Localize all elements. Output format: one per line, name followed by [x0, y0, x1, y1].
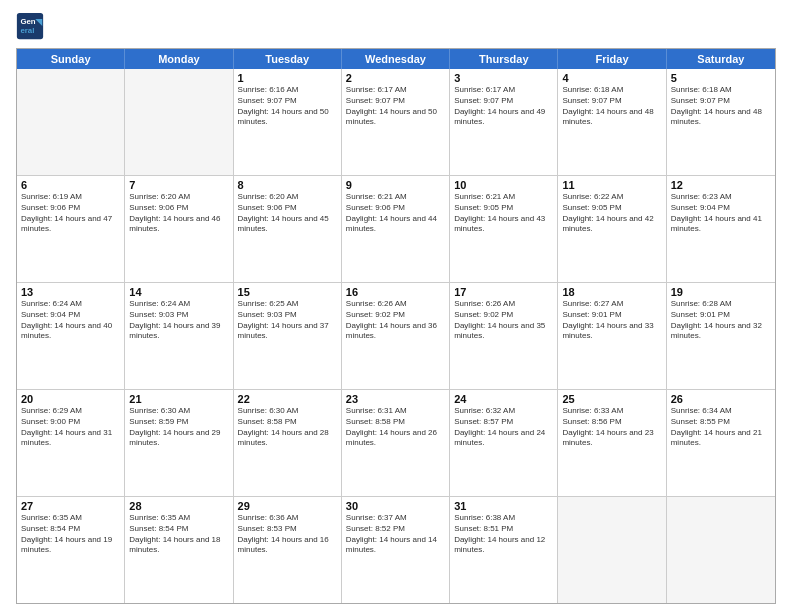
day-info: Sunrise: 6:20 AMSunset: 9:06 PMDaylight:… [238, 192, 337, 235]
day-number: 25 [562, 393, 661, 405]
weekday-header: Thursday [450, 49, 558, 69]
day-number: 2 [346, 72, 445, 84]
calendar-cell: 21Sunrise: 6:30 AMSunset: 8:59 PMDayligh… [125, 390, 233, 496]
calendar-week-row: 27Sunrise: 6:35 AMSunset: 8:54 PMDayligh… [17, 497, 775, 603]
day-info: Sunrise: 6:28 AMSunset: 9:01 PMDaylight:… [671, 299, 771, 342]
calendar-cell: 30Sunrise: 6:37 AMSunset: 8:52 PMDayligh… [342, 497, 450, 603]
calendar-cell: 2Sunrise: 6:17 AMSunset: 9:07 PMDaylight… [342, 69, 450, 175]
day-number: 31 [454, 500, 553, 512]
calendar-week-row: 6Sunrise: 6:19 AMSunset: 9:06 PMDaylight… [17, 176, 775, 283]
calendar-cell: 17Sunrise: 6:26 AMSunset: 9:02 PMDayligh… [450, 283, 558, 389]
calendar-week-row: 13Sunrise: 6:24 AMSunset: 9:04 PMDayligh… [17, 283, 775, 390]
day-info: Sunrise: 6:36 AMSunset: 8:53 PMDaylight:… [238, 513, 337, 556]
calendar-cell: 18Sunrise: 6:27 AMSunset: 9:01 PMDayligh… [558, 283, 666, 389]
weekday-header: Saturday [667, 49, 775, 69]
day-info: Sunrise: 6:30 AMSunset: 8:58 PMDaylight:… [238, 406, 337, 449]
calendar-cell: 31Sunrise: 6:38 AMSunset: 8:51 PMDayligh… [450, 497, 558, 603]
calendar-cell: 20Sunrise: 6:29 AMSunset: 9:00 PMDayligh… [17, 390, 125, 496]
page: Gen eral SundayMondayTuesdayWednesdayThu… [0, 0, 792, 612]
weekday-header: Monday [125, 49, 233, 69]
day-info: Sunrise: 6:24 AMSunset: 9:04 PMDaylight:… [21, 299, 120, 342]
calendar-cell [558, 497, 666, 603]
calendar-cell: 5Sunrise: 6:18 AMSunset: 9:07 PMDaylight… [667, 69, 775, 175]
svg-text:eral: eral [20, 26, 34, 35]
day-number: 5 [671, 72, 771, 84]
calendar-body: 1Sunrise: 6:16 AMSunset: 9:07 PMDaylight… [17, 69, 775, 603]
day-info: Sunrise: 6:33 AMSunset: 8:56 PMDaylight:… [562, 406, 661, 449]
day-number: 15 [238, 286, 337, 298]
day-info: Sunrise: 6:19 AMSunset: 9:06 PMDaylight:… [21, 192, 120, 235]
day-number: 29 [238, 500, 337, 512]
calendar-cell: 6Sunrise: 6:19 AMSunset: 9:06 PMDaylight… [17, 176, 125, 282]
day-info: Sunrise: 6:35 AMSunset: 8:54 PMDaylight:… [21, 513, 120, 556]
day-number: 24 [454, 393, 553, 405]
calendar-week-row: 1Sunrise: 6:16 AMSunset: 9:07 PMDaylight… [17, 69, 775, 176]
day-number: 26 [671, 393, 771, 405]
day-info: Sunrise: 6:27 AMSunset: 9:01 PMDaylight:… [562, 299, 661, 342]
day-number: 30 [346, 500, 445, 512]
day-info: Sunrise: 6:16 AMSunset: 9:07 PMDaylight:… [238, 85, 337, 128]
calendar-cell: 15Sunrise: 6:25 AMSunset: 9:03 PMDayligh… [234, 283, 342, 389]
day-info: Sunrise: 6:35 AMSunset: 8:54 PMDaylight:… [129, 513, 228, 556]
day-number: 22 [238, 393, 337, 405]
day-number: 20 [21, 393, 120, 405]
day-number: 18 [562, 286, 661, 298]
day-info: Sunrise: 6:21 AMSunset: 9:06 PMDaylight:… [346, 192, 445, 235]
calendar-cell: 4Sunrise: 6:18 AMSunset: 9:07 PMDaylight… [558, 69, 666, 175]
svg-text:Gen: Gen [20, 17, 35, 26]
day-number: 10 [454, 179, 553, 191]
day-number: 27 [21, 500, 120, 512]
calendar-cell: 25Sunrise: 6:33 AMSunset: 8:56 PMDayligh… [558, 390, 666, 496]
day-info: Sunrise: 6:30 AMSunset: 8:59 PMDaylight:… [129, 406, 228, 449]
day-number: 4 [562, 72, 661, 84]
day-info: Sunrise: 6:18 AMSunset: 9:07 PMDaylight:… [562, 85, 661, 128]
day-number: 8 [238, 179, 337, 191]
day-info: Sunrise: 6:22 AMSunset: 9:05 PMDaylight:… [562, 192, 661, 235]
day-info: Sunrise: 6:17 AMSunset: 9:07 PMDaylight:… [346, 85, 445, 128]
calendar-cell: 27Sunrise: 6:35 AMSunset: 8:54 PMDayligh… [17, 497, 125, 603]
day-info: Sunrise: 6:17 AMSunset: 9:07 PMDaylight:… [454, 85, 553, 128]
day-info: Sunrise: 6:34 AMSunset: 8:55 PMDaylight:… [671, 406, 771, 449]
calendar-cell: 13Sunrise: 6:24 AMSunset: 9:04 PMDayligh… [17, 283, 125, 389]
day-info: Sunrise: 6:38 AMSunset: 8:51 PMDaylight:… [454, 513, 553, 556]
day-number: 28 [129, 500, 228, 512]
calendar-cell: 9Sunrise: 6:21 AMSunset: 9:06 PMDaylight… [342, 176, 450, 282]
calendar-cell: 7Sunrise: 6:20 AMSunset: 9:06 PMDaylight… [125, 176, 233, 282]
logo-icon: Gen eral [16, 12, 44, 40]
calendar-cell: 22Sunrise: 6:30 AMSunset: 8:58 PMDayligh… [234, 390, 342, 496]
day-number: 23 [346, 393, 445, 405]
header: Gen eral [16, 12, 776, 40]
day-info: Sunrise: 6:24 AMSunset: 9:03 PMDaylight:… [129, 299, 228, 342]
weekday-header: Wednesday [342, 49, 450, 69]
day-number: 16 [346, 286, 445, 298]
logo: Gen eral [16, 12, 48, 40]
day-number: 9 [346, 179, 445, 191]
calendar: SundayMondayTuesdayWednesdayThursdayFrid… [16, 48, 776, 604]
calendar-cell: 8Sunrise: 6:20 AMSunset: 9:06 PMDaylight… [234, 176, 342, 282]
day-number: 6 [21, 179, 120, 191]
calendar-cell [125, 69, 233, 175]
day-info: Sunrise: 6:20 AMSunset: 9:06 PMDaylight:… [129, 192, 228, 235]
day-info: Sunrise: 6:21 AMSunset: 9:05 PMDaylight:… [454, 192, 553, 235]
calendar-cell: 24Sunrise: 6:32 AMSunset: 8:57 PMDayligh… [450, 390, 558, 496]
day-info: Sunrise: 6:31 AMSunset: 8:58 PMDaylight:… [346, 406, 445, 449]
day-info: Sunrise: 6:25 AMSunset: 9:03 PMDaylight:… [238, 299, 337, 342]
day-number: 17 [454, 286, 553, 298]
day-number: 7 [129, 179, 228, 191]
calendar-cell: 23Sunrise: 6:31 AMSunset: 8:58 PMDayligh… [342, 390, 450, 496]
day-info: Sunrise: 6:26 AMSunset: 9:02 PMDaylight:… [454, 299, 553, 342]
day-info: Sunrise: 6:37 AMSunset: 8:52 PMDaylight:… [346, 513, 445, 556]
day-number: 11 [562, 179, 661, 191]
calendar-cell: 11Sunrise: 6:22 AMSunset: 9:05 PMDayligh… [558, 176, 666, 282]
calendar-week-row: 20Sunrise: 6:29 AMSunset: 9:00 PMDayligh… [17, 390, 775, 497]
day-number: 21 [129, 393, 228, 405]
day-info: Sunrise: 6:29 AMSunset: 9:00 PMDaylight:… [21, 406, 120, 449]
day-number: 12 [671, 179, 771, 191]
calendar-cell: 12Sunrise: 6:23 AMSunset: 9:04 PMDayligh… [667, 176, 775, 282]
calendar-cell: 28Sunrise: 6:35 AMSunset: 8:54 PMDayligh… [125, 497, 233, 603]
calendar-cell: 26Sunrise: 6:34 AMSunset: 8:55 PMDayligh… [667, 390, 775, 496]
day-number: 3 [454, 72, 553, 84]
weekday-header: Friday [558, 49, 666, 69]
calendar-cell: 1Sunrise: 6:16 AMSunset: 9:07 PMDaylight… [234, 69, 342, 175]
day-number: 1 [238, 72, 337, 84]
